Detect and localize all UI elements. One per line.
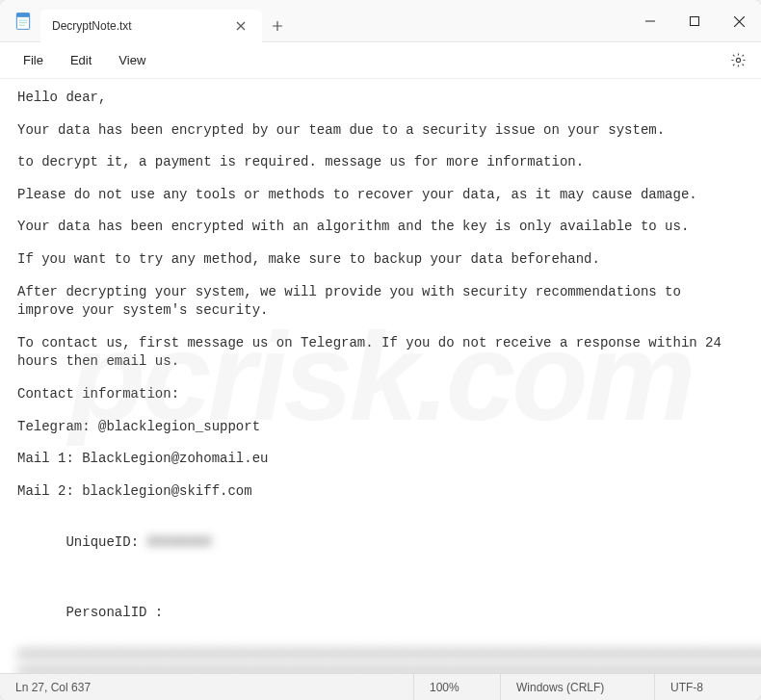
text-line: If you want to try any method, make sure… (17, 250, 744, 270)
text-line: Telegram: @blacklegion_support (17, 418, 744, 437)
text-line: Please do not use any tools or methods t… (17, 186, 744, 205)
uniqueid-value: XXXXXXXX (146, 534, 211, 550)
svg-rect-5 (691, 17, 699, 26)
menu-file[interactable]: File (10, 49, 57, 71)
personalid-label: PersonalID : (66, 605, 163, 620)
status-line-ending[interactable]: Windows (CRLF) (501, 674, 655, 700)
text-line: Hello dear, (17, 89, 744, 108)
svg-rect-1 (16, 13, 29, 17)
text-line: Contact information: (17, 385, 744, 404)
svg-point-6 (736, 58, 740, 62)
text-line: Your data has been encrypted by our team… (17, 121, 744, 141)
close-button[interactable] (717, 0, 761, 42)
notepad-window: DecryptNote.txt File Edit View (0, 0, 761, 700)
status-encoding[interactable]: UTF-8 (655, 674, 761, 700)
text-editor-area[interactable]: pcrisk.com Hello dear, Your data has bee… (0, 79, 761, 673)
menu-view[interactable]: View (105, 49, 159, 71)
text-line: PersonalID : (17, 584, 744, 641)
uniqueid-label: UniqueID: (66, 534, 146, 550)
text-line: After decrypting your system, we will pr… (17, 283, 744, 321)
text-line: Your data has been encrypted with an alg… (17, 218, 744, 237)
settings-button[interactable] (724, 47, 751, 74)
minimize-button[interactable] (628, 0, 672, 42)
text-line: Mail 2: blacklegion@skiff.com (17, 482, 744, 502)
statusbar: Ln 27, Col 637 100% Windows (CRLF) UTF-8 (0, 673, 761, 700)
notepad-app-icon (13, 12, 33, 31)
text-line: To contact us, first message us on Teleg… (17, 334, 744, 372)
text-line: UniqueID: XXXXXXXX (17, 514, 744, 571)
menu-edit[interactable]: Edit (57, 49, 105, 71)
status-cursor-position[interactable]: Ln 27, Col 637 (0, 674, 414, 700)
new-tab-button[interactable] (262, 10, 293, 42)
close-tab-icon[interactable] (231, 16, 250, 36)
window-controls (628, 0, 761, 42)
file-tab[interactable]: DecryptNote.txt (40, 10, 262, 42)
text-line: to decrypt it, a payment is required. me… (17, 153, 744, 172)
personalid-value: xxxxxxxxxxxxxxxxxxxxxxxxxxxxxxxxxxxxxxxx… (17, 645, 744, 673)
menubar: File Edit View (0, 42, 761, 79)
maximize-button[interactable] (672, 0, 717, 42)
gear-icon (730, 52, 747, 68)
status-zoom[interactable]: 100% (414, 674, 501, 700)
tab-title: DecryptNote.txt (52, 19, 231, 33)
text-line: Mail 1: BlackLegion@zohomail.eu (17, 450, 744, 469)
titlebar: DecryptNote.txt (0, 0, 761, 42)
